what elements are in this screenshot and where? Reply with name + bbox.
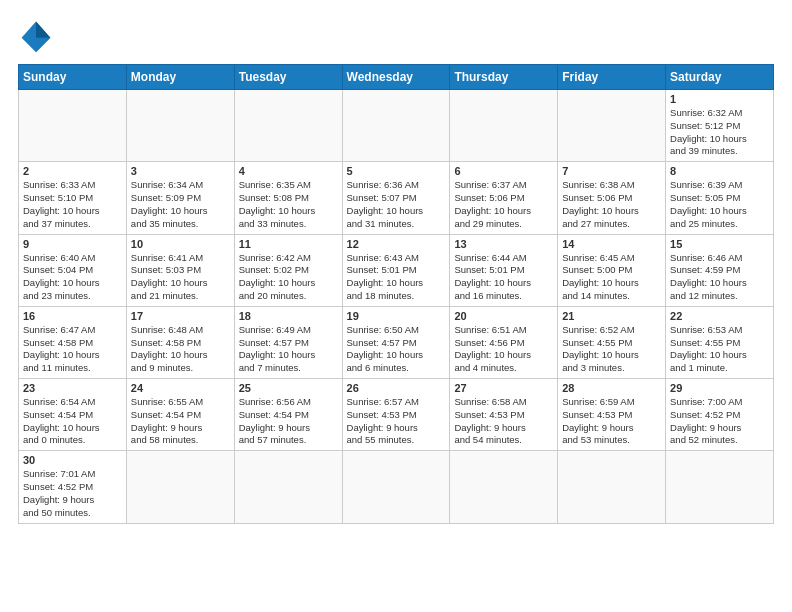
calendar-row: 9Sunrise: 6:40 AM Sunset: 5:04 PM Daylig… <box>19 234 774 306</box>
weekday-header-friday: Friday <box>558 65 666 90</box>
calendar-table: SundayMondayTuesdayWednesdayThursdayFrid… <box>18 64 774 524</box>
calendar-cell <box>342 451 450 523</box>
day-info: Sunrise: 6:46 AM Sunset: 4:59 PM Dayligh… <box>670 252 769 303</box>
day-info: Sunrise: 6:42 AM Sunset: 5:02 PM Dayligh… <box>239 252 338 303</box>
day-info: Sunrise: 6:59 AM Sunset: 4:53 PM Dayligh… <box>562 396 661 447</box>
day-info: Sunrise: 6:43 AM Sunset: 5:01 PM Dayligh… <box>347 252 446 303</box>
calendar-cell: 22Sunrise: 6:53 AM Sunset: 4:55 PM Dayli… <box>666 306 774 378</box>
header <box>18 18 774 54</box>
calendar-cell <box>450 90 558 162</box>
day-number: 20 <box>454 310 553 322</box>
calendar-cell <box>234 90 342 162</box>
weekday-header-wednesday: Wednesday <box>342 65 450 90</box>
day-info: Sunrise: 7:00 AM Sunset: 4:52 PM Dayligh… <box>670 396 769 447</box>
page: SundayMondayTuesdayWednesdayThursdayFrid… <box>0 0 792 534</box>
day-number: 19 <box>347 310 446 322</box>
logo <box>18 18 58 54</box>
calendar-cell: 5Sunrise: 6:36 AM Sunset: 5:07 PM Daylig… <box>342 162 450 234</box>
day-info: Sunrise: 6:36 AM Sunset: 5:07 PM Dayligh… <box>347 179 446 230</box>
day-number: 29 <box>670 382 769 394</box>
day-number: 21 <box>562 310 661 322</box>
calendar-cell: 2Sunrise: 6:33 AM Sunset: 5:10 PM Daylig… <box>19 162 127 234</box>
calendar-cell: 28Sunrise: 6:59 AM Sunset: 4:53 PM Dayli… <box>558 379 666 451</box>
calendar-cell: 19Sunrise: 6:50 AM Sunset: 4:57 PM Dayli… <box>342 306 450 378</box>
calendar-cell: 4Sunrise: 6:35 AM Sunset: 5:08 PM Daylig… <box>234 162 342 234</box>
calendar-cell: 1Sunrise: 6:32 AM Sunset: 5:12 PM Daylig… <box>666 90 774 162</box>
calendar-cell: 12Sunrise: 6:43 AM Sunset: 5:01 PM Dayli… <box>342 234 450 306</box>
day-number: 5 <box>347 165 446 177</box>
day-number: 2 <box>23 165 122 177</box>
calendar-cell: 25Sunrise: 6:56 AM Sunset: 4:54 PM Dayli… <box>234 379 342 451</box>
day-info: Sunrise: 6:50 AM Sunset: 4:57 PM Dayligh… <box>347 324 446 375</box>
day-number: 16 <box>23 310 122 322</box>
day-number: 23 <box>23 382 122 394</box>
day-number: 6 <box>454 165 553 177</box>
day-number: 22 <box>670 310 769 322</box>
day-number: 7 <box>562 165 661 177</box>
day-info: Sunrise: 6:58 AM Sunset: 4:53 PM Dayligh… <box>454 396 553 447</box>
calendar-cell: 11Sunrise: 6:42 AM Sunset: 5:02 PM Dayli… <box>234 234 342 306</box>
day-info: Sunrise: 7:01 AM Sunset: 4:52 PM Dayligh… <box>23 468 122 519</box>
day-info: Sunrise: 6:34 AM Sunset: 5:09 PM Dayligh… <box>131 179 230 230</box>
day-number: 4 <box>239 165 338 177</box>
svg-marker-2 <box>36 38 50 52</box>
day-number: 25 <box>239 382 338 394</box>
calendar-cell: 26Sunrise: 6:57 AM Sunset: 4:53 PM Dayli… <box>342 379 450 451</box>
calendar-row: 1Sunrise: 6:32 AM Sunset: 5:12 PM Daylig… <box>19 90 774 162</box>
day-info: Sunrise: 6:40 AM Sunset: 5:04 PM Dayligh… <box>23 252 122 303</box>
calendar-cell: 30Sunrise: 7:01 AM Sunset: 4:52 PM Dayli… <box>19 451 127 523</box>
weekday-header-sunday: Sunday <box>19 65 127 90</box>
calendar-cell: 27Sunrise: 6:58 AM Sunset: 4:53 PM Dayli… <box>450 379 558 451</box>
calendar-cell: 3Sunrise: 6:34 AM Sunset: 5:09 PM Daylig… <box>126 162 234 234</box>
calendar-cell: 10Sunrise: 6:41 AM Sunset: 5:03 PM Dayli… <box>126 234 234 306</box>
calendar-cell: 8Sunrise: 6:39 AM Sunset: 5:05 PM Daylig… <box>666 162 774 234</box>
calendar-row: 2Sunrise: 6:33 AM Sunset: 5:10 PM Daylig… <box>19 162 774 234</box>
calendar-cell: 14Sunrise: 6:45 AM Sunset: 5:00 PM Dayli… <box>558 234 666 306</box>
calendar-cell <box>234 451 342 523</box>
calendar-cell <box>126 90 234 162</box>
calendar-cell <box>126 451 234 523</box>
day-info: Sunrise: 6:45 AM Sunset: 5:00 PM Dayligh… <box>562 252 661 303</box>
day-info: Sunrise: 6:33 AM Sunset: 5:10 PM Dayligh… <box>23 179 122 230</box>
logo-icon <box>18 18 54 54</box>
day-number: 12 <box>347 238 446 250</box>
calendar-cell <box>342 90 450 162</box>
day-number: 26 <box>347 382 446 394</box>
day-number: 17 <box>131 310 230 322</box>
day-info: Sunrise: 6:35 AM Sunset: 5:08 PM Dayligh… <box>239 179 338 230</box>
day-number: 30 <box>23 454 122 466</box>
day-number: 10 <box>131 238 230 250</box>
calendar-cell: 13Sunrise: 6:44 AM Sunset: 5:01 PM Dayli… <box>450 234 558 306</box>
day-info: Sunrise: 6:54 AM Sunset: 4:54 PM Dayligh… <box>23 396 122 447</box>
svg-marker-1 <box>36 22 50 38</box>
calendar-cell: 18Sunrise: 6:49 AM Sunset: 4:57 PM Dayli… <box>234 306 342 378</box>
day-info: Sunrise: 6:47 AM Sunset: 4:58 PM Dayligh… <box>23 324 122 375</box>
calendar-row: 16Sunrise: 6:47 AM Sunset: 4:58 PM Dayli… <box>19 306 774 378</box>
day-number: 9 <box>23 238 122 250</box>
calendar-cell: 15Sunrise: 6:46 AM Sunset: 4:59 PM Dayli… <box>666 234 774 306</box>
weekday-header-row: SundayMondayTuesdayWednesdayThursdayFrid… <box>19 65 774 90</box>
weekday-header-thursday: Thursday <box>450 65 558 90</box>
day-info: Sunrise: 6:57 AM Sunset: 4:53 PM Dayligh… <box>347 396 446 447</box>
day-info: Sunrise: 6:38 AM Sunset: 5:06 PM Dayligh… <box>562 179 661 230</box>
day-number: 18 <box>239 310 338 322</box>
calendar-cell <box>666 451 774 523</box>
calendar-cell: 9Sunrise: 6:40 AM Sunset: 5:04 PM Daylig… <box>19 234 127 306</box>
day-number: 24 <box>131 382 230 394</box>
day-number: 15 <box>670 238 769 250</box>
day-info: Sunrise: 6:49 AM Sunset: 4:57 PM Dayligh… <box>239 324 338 375</box>
day-info: Sunrise: 6:39 AM Sunset: 5:05 PM Dayligh… <box>670 179 769 230</box>
day-number: 27 <box>454 382 553 394</box>
calendar-cell <box>558 451 666 523</box>
calendar-cell <box>19 90 127 162</box>
calendar-cell: 7Sunrise: 6:38 AM Sunset: 5:06 PM Daylig… <box>558 162 666 234</box>
calendar-cell: 21Sunrise: 6:52 AM Sunset: 4:55 PM Dayli… <box>558 306 666 378</box>
calendar-cell: 6Sunrise: 6:37 AM Sunset: 5:06 PM Daylig… <box>450 162 558 234</box>
day-number: 8 <box>670 165 769 177</box>
day-info: Sunrise: 6:41 AM Sunset: 5:03 PM Dayligh… <box>131 252 230 303</box>
day-info: Sunrise: 6:55 AM Sunset: 4:54 PM Dayligh… <box>131 396 230 447</box>
day-number: 14 <box>562 238 661 250</box>
day-info: Sunrise: 6:48 AM Sunset: 4:58 PM Dayligh… <box>131 324 230 375</box>
day-info: Sunrise: 6:44 AM Sunset: 5:01 PM Dayligh… <box>454 252 553 303</box>
day-number: 1 <box>670 93 769 105</box>
